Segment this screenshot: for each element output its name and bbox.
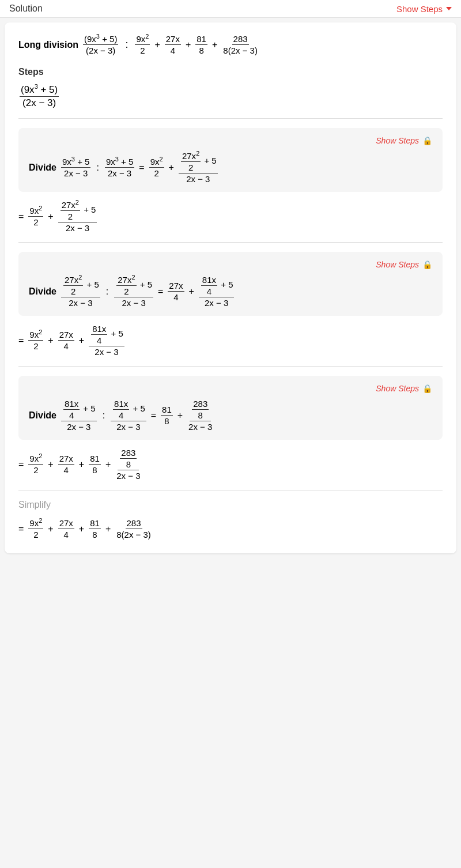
header-bar: Solution Show Steps xyxy=(0,0,461,18)
step2-input-frac2: 27x2 2 + 5 2x − 3 xyxy=(114,275,153,308)
initial-big-frac: (9x3 + 5) (2x − 3) xyxy=(20,84,59,109)
eq3-term3: 81 8 xyxy=(89,454,101,475)
steps-section-label: Steps xyxy=(18,67,443,77)
eq2-term2: 27x 4 xyxy=(58,330,74,351)
solution-title: Solution xyxy=(9,3,43,14)
step1-result-term2: 27x2 2 + 5 2x − 3 xyxy=(179,151,218,184)
initial-fraction: (9x3 + 5) (2x − 3) xyxy=(18,84,443,109)
lock-icon-1: 🔒 xyxy=(422,136,432,145)
result-term3: 81 8 xyxy=(195,34,207,55)
show-steps-header-button[interactable]: Show Steps xyxy=(396,4,452,14)
result-term2: 27x 4 xyxy=(165,34,181,55)
chevron-down-icon xyxy=(446,7,452,10)
eq1-term1: 9x2 2 xyxy=(28,206,43,227)
input-fraction-denominator: (2x − 3) xyxy=(85,45,116,55)
final-term2: 27x 4 xyxy=(58,518,74,539)
equals-line-3: = 9x2 2 + 27x 4 + 81 8 + 283 8 2x − 3 xyxy=(18,448,443,481)
input-fraction: (9x3 + 5) (2x − 3) xyxy=(83,34,118,55)
step3-result-term1: 81 8 xyxy=(161,405,173,426)
step-1-content: Divide 9x3 + 5 2x − 3 : 9x3 + 5 2x − 3 =… xyxy=(29,151,432,184)
show-steps-2-label[interactable]: Show Steps xyxy=(376,260,419,269)
step-3-content: Divide 81x 4 + 5 2x − 3 : 81x 4 xyxy=(29,399,432,432)
step-box-1-header: Show Steps 🔒 xyxy=(29,136,432,145)
divider-3 xyxy=(18,366,443,367)
eq3-term2: 27x 4 xyxy=(58,454,74,475)
divider-2 xyxy=(18,242,443,243)
step3-input-frac: 81x 4 + 5 2x − 3 xyxy=(61,399,97,432)
long-division-label: Long division xyxy=(18,40,78,50)
step1-result-term1: 9x2 2 xyxy=(149,157,164,178)
show-steps-header-label: Show Steps xyxy=(396,4,443,14)
equals-line-2: = 9x2 2 + 27x 4 + 81x 4 + 5 2x − 3 xyxy=(18,324,443,357)
divider-1 xyxy=(18,118,443,119)
eq3-term1: 9x2 2 xyxy=(28,454,43,475)
eq2-term1: 9x2 2 xyxy=(28,330,43,351)
final-term3: 81 8 xyxy=(89,518,101,539)
colon-separator: : xyxy=(125,39,128,51)
equals-line-1: = 9x2 2 + 27x2 2 + 5 2x − 3 xyxy=(18,200,443,233)
step2-input-frac: 27x2 2 + 5 2x − 3 xyxy=(61,275,100,308)
step1-input-frac2: 9x3 + 5 2x − 3 xyxy=(105,157,134,178)
eq2-term3: 81x 4 + 5 2x − 3 xyxy=(89,324,124,357)
divide-label-3: Divide xyxy=(29,410,56,421)
final-term4: 283 8(2x − 3) xyxy=(115,518,152,539)
divider-4 xyxy=(18,490,443,490)
show-steps-3-label[interactable]: Show Steps xyxy=(376,384,419,393)
input-fraction-numerator: (9x3 + 5) xyxy=(83,34,118,45)
eq1-term2: 27x2 2 + 5 2x − 3 xyxy=(58,200,97,233)
step3-result-term2: 283 8 2x − 3 xyxy=(187,399,213,432)
step-box-1: Show Steps 🔒 Divide 9x3 + 5 2x − 3 : 9x3… xyxy=(18,128,443,192)
final-term1: 9x2 2 xyxy=(28,518,43,539)
step-box-2: Show Steps 🔒 Divide 27x2 2 + 5 2x − 3 : xyxy=(18,252,443,316)
divide-label-1: Divide xyxy=(29,163,56,173)
step-box-2-header: Show Steps 🔒 xyxy=(29,260,432,269)
step3-input-frac2: 81x 4 + 5 2x − 3 xyxy=(111,399,146,432)
result-term4: 283 8(2x − 3) xyxy=(222,34,259,55)
long-division-row: Long division (9x3 + 5) (2x − 3) : 9x2 2… xyxy=(18,34,443,55)
divide-label-2: Divide xyxy=(29,286,56,297)
step-box-3-header: Show Steps 🔒 xyxy=(29,384,432,393)
main-card: Long division (9x3 + 5) (2x − 3) : 9x2 2… xyxy=(5,22,456,553)
step1-input-frac: 9x3 + 5 2x − 3 xyxy=(61,157,90,178)
final-result-row: = 9x2 2 + 27x 4 + 81 8 + 283 8(2x − 3) xyxy=(18,518,443,539)
step2-result-term2: 81x 4 + 5 2x − 3 xyxy=(199,275,235,308)
result-term1: 9x2 2 xyxy=(135,34,150,55)
lock-icon-2: 🔒 xyxy=(422,260,432,269)
lock-icon-3: 🔒 xyxy=(422,384,432,393)
step-box-3: Show Steps 🔒 Divide 81x 4 + 5 2x − 3 : xyxy=(18,376,443,440)
initial-fraction-display: (9x3 + 5) (2x − 3) xyxy=(18,84,443,109)
step2-result-term1: 27x 4 xyxy=(168,281,184,302)
simplify-label: Simplify xyxy=(18,500,443,510)
show-steps-1-label[interactable]: Show Steps xyxy=(376,136,419,145)
eq3-term4: 283 8 2x − 3 xyxy=(115,448,141,481)
step-2-content: Divide 27x2 2 + 5 2x − 3 : 27x2 2 xyxy=(29,275,432,308)
